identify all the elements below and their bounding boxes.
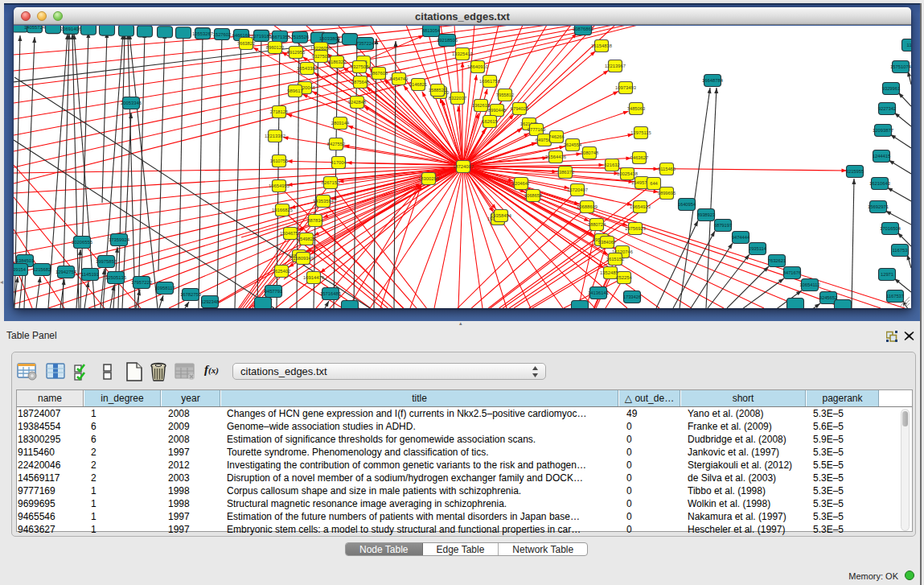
svg-text:9875645: 9875645 <box>351 80 370 84</box>
svg-text:3215955: 3215955 <box>846 169 864 174</box>
svg-text:9327503: 9327503 <box>312 54 331 59</box>
svg-text:10553267: 10553267 <box>192 31 213 36</box>
svg-text:2803144: 2803144 <box>331 121 350 126</box>
svg-text:21564436: 21564436 <box>545 154 566 159</box>
svg-text:18300295: 18300295 <box>418 176 439 181</box>
svg-text:621632: 621632 <box>604 163 619 167</box>
svg-text:16543382: 16543382 <box>297 66 318 71</box>
svg-text:9474444: 9474444 <box>732 235 750 240</box>
svg-text:2718126: 2718126 <box>270 109 289 114</box>
svg-text:9777169: 9777169 <box>528 127 546 132</box>
svg-text:116753: 116753 <box>893 248 908 253</box>
svg-text:1068659: 1068659 <box>524 193 543 198</box>
svg-text:16154838: 16154838 <box>591 43 612 48</box>
svg-text:12942757: 12942757 <box>55 270 76 274</box>
svg-text:39154: 39154 <box>14 267 27 272</box>
svg-text:8454749: 8454749 <box>390 76 409 81</box>
svg-text:19756923: 19756923 <box>625 226 646 231</box>
svg-text:8990448: 8990448 <box>488 108 507 113</box>
svg-text:12213382: 12213382 <box>265 134 285 138</box>
svg-text:7386372: 7386372 <box>556 170 575 175</box>
svg-text:7663822: 7663822 <box>237 41 256 46</box>
svg-text:1880724: 1880724 <box>588 222 606 227</box>
svg-text:14353594: 14353594 <box>313 199 335 204</box>
svg-text:8267150: 8267150 <box>322 180 340 185</box>
svg-text:1384501: 1384501 <box>16 258 35 263</box>
svg-text:417004: 417004 <box>331 160 347 165</box>
svg-text:162615: 162615 <box>482 119 497 124</box>
svg-text:17359924: 17359924 <box>109 237 130 242</box>
svg-text:8186323: 8186323 <box>328 60 347 64</box>
svg-text:9384067: 9384067 <box>598 240 617 245</box>
svg-text:12975115: 12975115 <box>630 130 651 135</box>
svg-text:8427552: 8427552 <box>327 142 346 146</box>
svg-text:6466160: 6466160 <box>232 33 251 38</box>
svg-text:20053346: 20053346 <box>121 101 142 105</box>
svg-text:18640910: 18640910 <box>467 64 488 69</box>
svg-text:8813054: 8813054 <box>422 28 441 33</box>
svg-text:8960123: 8960123 <box>266 45 285 50</box>
svg-text:887834: 887834 <box>307 218 323 223</box>
svg-text:16782759: 16782759 <box>180 292 201 297</box>
svg-text:19654923: 19654923 <box>630 204 651 209</box>
svg-text:1527602: 1527602 <box>213 32 232 37</box>
svg-text:9242848: 9242848 <box>348 100 367 105</box>
svg-text:20206555: 20206555 <box>72 240 92 245</box>
svg-text:989617: 989617 <box>287 89 302 93</box>
svg-text:9457791: 9457791 <box>265 289 283 294</box>
svg-text:16914479: 16914479 <box>303 275 324 280</box>
svg-text:9115460: 9115460 <box>658 167 676 171</box>
svg-text:16671355: 16671355 <box>269 35 290 39</box>
svg-text:10719185: 10719185 <box>251 34 272 39</box>
svg-text:7632621: 7632621 <box>768 258 786 263</box>
svg-text:1080748: 1080748 <box>581 150 599 155</box>
svg-text:252254: 252254 <box>616 275 632 280</box>
svg-text:19166825: 19166825 <box>272 208 293 212</box>
svg-text:1733426: 1733426 <box>623 295 642 299</box>
svg-text:111: 111 <box>907 43 911 47</box>
svg-text:8471676: 8471676 <box>783 270 802 275</box>
svg-text:7357224: 7357224 <box>356 41 375 46</box>
svg-text:13325419: 13325419 <box>452 51 473 56</box>
svg-text:746266: 746266 <box>548 134 564 139</box>
svg-text:15716485: 15716485 <box>320 291 341 296</box>
svg-text:10654112: 10654112 <box>799 282 819 287</box>
svg-text:1145191: 1145191 <box>81 272 99 277</box>
svg-text:9329961: 9329961 <box>882 86 901 91</box>
svg-text:14136141: 14136141 <box>588 290 609 295</box>
svg-text:12093877: 12093877 <box>873 128 893 133</box>
svg-text:644: 644 <box>650 181 658 186</box>
svg-text:7515526: 7515526 <box>291 35 310 39</box>
svg-text:12213967: 12213967 <box>605 64 626 68</box>
svg-text:20876862: 20876862 <box>573 27 593 31</box>
svg-text:7485063: 7485063 <box>627 106 646 111</box>
svg-text:1244415: 1244415 <box>873 154 891 159</box>
svg-text:16961758: 16961758 <box>479 79 500 84</box>
svg-text:19975857: 19975857 <box>96 259 117 264</box>
svg-text:10688609: 10688609 <box>577 204 598 209</box>
svg-text:12505135: 12505135 <box>105 275 126 280</box>
svg-text:9245652: 9245652 <box>819 295 838 300</box>
svg-text:16210643: 16210643 <box>869 181 890 186</box>
svg-text:20691406: 20691406 <box>60 27 81 31</box>
svg-text:19358454: 19358454 <box>491 213 512 218</box>
svg-text:8912955: 8912955 <box>287 50 306 55</box>
svg-text:2867608: 2867608 <box>370 71 388 76</box>
svg-text:3624554: 3624554 <box>564 142 582 147</box>
svg-text:7955812: 7955812 <box>496 93 515 97</box>
svg-text:1215682: 1215682 <box>33 267 51 272</box>
svg-text:15046755: 15046755 <box>280 231 301 236</box>
svg-text:1610755: 1610755 <box>270 159 289 163</box>
svg-text:8322037: 8322037 <box>449 96 467 101</box>
svg-text:10958117: 10958117 <box>154 286 175 290</box>
svg-text:10973493: 10973493 <box>615 85 636 90</box>
svg-text:15809349: 15809349 <box>293 256 314 261</box>
svg-text:1588520: 1588520 <box>429 88 447 93</box>
svg-text:1615152: 1615152 <box>606 257 625 262</box>
svg-text:15751074: 15751074 <box>890 64 911 69</box>
svg-text:9146821: 9146821 <box>409 82 428 87</box>
svg-text:1549822: 1549822 <box>298 237 316 241</box>
svg-text:7625402: 7625402 <box>273 269 291 274</box>
svg-text:10025438: 10025438 <box>617 171 638 176</box>
svg-text:1292348: 1292348 <box>201 299 220 304</box>
